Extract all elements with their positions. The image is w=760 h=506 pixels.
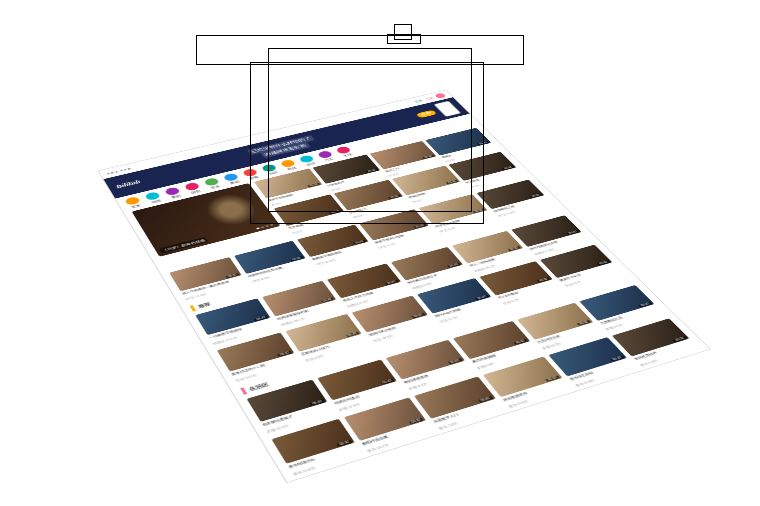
nav-item[interactable]: 知识: [261, 163, 280, 175]
register-link[interactable]: 注册: [424, 96, 434, 100]
nav-item[interactable]: 首页: [124, 196, 143, 209]
nav-item[interactable]: 国创: [184, 182, 203, 195]
nav-item[interactable]: 音乐: [203, 177, 222, 190]
nav-item[interactable]: 游戏: [242, 168, 261, 180]
nav-item[interactable]: 动画: [144, 191, 163, 204]
login-link[interactable]: 登录: [413, 99, 423, 103]
bilibili-page: ● ■ ▲ ♦ ● ■ 登录 注册 bilibili 已经没有什么好怕的了 跨越…: [99, 90, 710, 482]
banner-cta[interactable]: 查看: [415, 110, 437, 118]
nav-item[interactable]: 生活: [335, 146, 354, 158]
nav-item[interactable]: 番剧: [164, 187, 183, 200]
nav-item[interactable]: 汽车: [317, 150, 336, 162]
avatar[interactable]: [434, 93, 447, 99]
nav-item[interactable]: 舞蹈: [223, 173, 242, 185]
phone-mockup: [433, 101, 461, 117]
bilibili-logo[interactable]: bilibili: [115, 179, 141, 189]
nav-item[interactable]: 运动: [298, 155, 317, 167]
nav-item[interactable]: 科技: [280, 159, 299, 171]
